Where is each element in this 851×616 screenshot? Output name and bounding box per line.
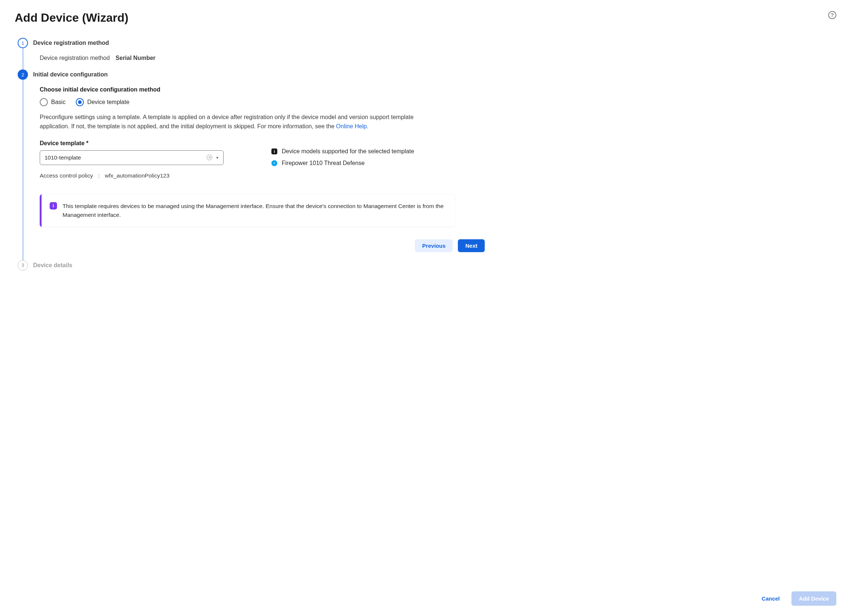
supported-model-item: Firepower 1010 Threat Defense xyxy=(282,160,365,166)
config-method-heading: Choose initial device configuration meth… xyxy=(40,86,836,93)
info-icon: i xyxy=(271,148,277,154)
step-1-header[interactable]: 1 Device registration method xyxy=(18,38,836,48)
device-template-value: 1010-template xyxy=(45,154,204,161)
management-interface-callout: i This template requires devices to be m… xyxy=(40,195,455,227)
acp-sep: : xyxy=(98,172,100,179)
check-icon: ✓ xyxy=(271,160,277,166)
radio-basic-label: Basic xyxy=(51,99,65,105)
chevron-down-icon[interactable]: ▾ xyxy=(215,155,220,160)
template-description-post: . xyxy=(367,123,368,129)
step-2-marker: 2 xyxy=(18,69,28,80)
step-2-header: 2 Initial device configuration xyxy=(18,69,836,80)
radio-device-template-label: Device template xyxy=(87,99,129,105)
radio-device-template-icon xyxy=(76,98,84,106)
next-button[interactable]: Next xyxy=(458,239,485,252)
callout-info-icon: i xyxy=(50,202,57,210)
step-1-summary-key: Device registration method xyxy=(40,55,110,61)
previous-button[interactable]: Previous xyxy=(415,239,453,252)
device-template-field-label: Device template * xyxy=(40,140,224,147)
page-title: Add Device (Wizard) xyxy=(15,11,128,25)
step-3-label: Device details xyxy=(33,262,72,269)
radio-device-template[interactable]: Device template xyxy=(76,98,129,106)
radio-basic[interactable]: Basic xyxy=(40,98,65,106)
supported-models-heading: Device models supported for the selected… xyxy=(282,148,414,155)
device-template-select[interactable]: 1010-template ✕ ▾ xyxy=(40,150,224,165)
acp-key: Access control policy xyxy=(40,172,93,179)
callout-text: This template requires devices to be man… xyxy=(63,202,447,219)
step-2-label: Initial device configuration xyxy=(33,71,108,78)
online-help-link[interactable]: Online Help xyxy=(336,123,367,129)
step-3-header: 3 Device details xyxy=(18,260,836,271)
help-icon[interactable]: ? xyxy=(828,11,836,19)
step-1-summary-value: Serial Number xyxy=(116,55,155,61)
acp-value: wfx_automationPolicy123 xyxy=(105,172,170,179)
radio-basic-icon xyxy=(40,98,48,106)
template-description: Preconfigure settings using a template. … xyxy=(40,113,444,131)
step-3-marker: 3 xyxy=(18,260,28,271)
step-1-label: Device registration method xyxy=(33,40,109,46)
clear-icon[interactable]: ✕ xyxy=(207,155,212,160)
step-1-marker: 1 xyxy=(18,38,28,48)
